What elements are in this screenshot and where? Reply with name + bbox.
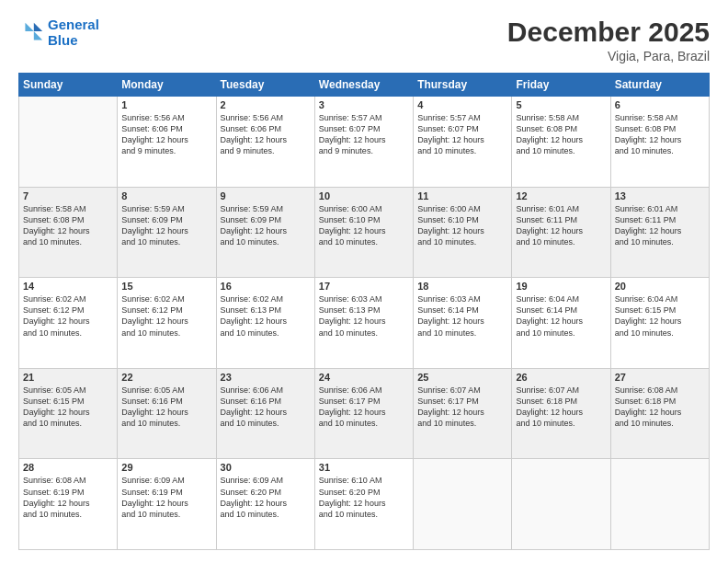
calendar-header-tuesday: Tuesday	[216, 74, 314, 97]
calendar-cell: 1Sunrise: 5:56 AM Sunset: 6:06 PM Daylig…	[118, 97, 216, 188]
day-info: Sunrise: 6:05 AM Sunset: 6:16 PM Dayligh…	[121, 385, 211, 430]
day-number: 3	[319, 99, 409, 110]
day-number: 11	[417, 190, 507, 201]
logo-icon	[18, 19, 44, 45]
day-number: 2	[221, 99, 311, 110]
calendar-cell	[610, 459, 709, 550]
day-info: Sunrise: 6:04 AM Sunset: 6:14 PM Dayligh…	[516, 293, 606, 339]
day-info: Sunrise: 6:05 AM Sunset: 6:15 PM Dayligh…	[23, 385, 113, 430]
calendar-header-wednesday: Wednesday	[314, 74, 413, 97]
day-number: 18	[417, 281, 507, 292]
calendar-week-row: 1Sunrise: 5:56 AM Sunset: 6:06 PM Daylig…	[19, 97, 710, 188]
calendar-cell: 30Sunrise: 6:09 AM Sunset: 6:20 PM Dayli…	[216, 459, 314, 550]
location: Vigia, Para, Brazil	[507, 49, 710, 63]
svg-marker-2	[25, 23, 33, 31]
calendar-cell: 6Sunrise: 5:58 AM Sunset: 6:08 PM Daylig…	[610, 97, 709, 188]
day-number: 27	[615, 372, 705, 383]
logo-line2: Blue	[48, 32, 78, 48]
svg-marker-1	[34, 31, 42, 40]
day-number: 21	[23, 372, 113, 383]
calendar-header-monday: Monday	[118, 74, 216, 97]
day-info: Sunrise: 6:01 AM Sunset: 6:11 PM Dayligh…	[516, 203, 606, 248]
calendar-cell: 18Sunrise: 6:03 AM Sunset: 6:14 PM Dayli…	[414, 278, 512, 369]
calendar-header-thursday: Thursday	[414, 74, 512, 97]
day-info: Sunrise: 6:08 AM Sunset: 6:19 PM Dayligh…	[23, 475, 113, 520]
calendar-cell: 26Sunrise: 6:07 AM Sunset: 6:18 PM Dayli…	[512, 368, 610, 459]
calendar-table: SundayMondayTuesdayWednesdayThursdayFrid…	[18, 73, 710, 550]
day-info: Sunrise: 6:02 AM Sunset: 6:12 PM Dayligh…	[121, 293, 211, 339]
day-info: Sunrise: 5:59 AM Sunset: 6:09 PM Dayligh…	[221, 203, 311, 248]
day-info: Sunrise: 6:03 AM Sunset: 6:13 PM Dayligh…	[319, 293, 409, 339]
calendar-cell: 15Sunrise: 6:02 AM Sunset: 6:12 PM Dayli…	[118, 278, 216, 369]
calendar-header-friday: Friday	[512, 74, 610, 97]
calendar-cell: 10Sunrise: 6:00 AM Sunset: 6:10 PM Dayli…	[314, 187, 413, 278]
title-block: December 2025 Vigia, Para, Brazil	[507, 17, 710, 63]
calendar-cell: 22Sunrise: 6:05 AM Sunset: 6:16 PM Dayli…	[118, 368, 216, 459]
day-number: 15	[121, 281, 211, 292]
day-number: 29	[121, 462, 211, 473]
calendar-cell: 7Sunrise: 5:58 AM Sunset: 6:08 PM Daylig…	[19, 187, 118, 278]
day-number: 10	[319, 190, 409, 201]
day-info: Sunrise: 5:57 AM Sunset: 6:07 PM Dayligh…	[319, 112, 409, 157]
day-number: 5	[516, 99, 606, 110]
day-info: Sunrise: 6:01 AM Sunset: 6:11 PM Dayligh…	[615, 203, 705, 248]
day-number: 22	[121, 372, 211, 383]
calendar-cell: 19Sunrise: 6:04 AM Sunset: 6:14 PM Dayli…	[512, 278, 610, 369]
calendar-week-row: 28Sunrise: 6:08 AM Sunset: 6:19 PM Dayli…	[19, 459, 710, 550]
header: General Blue December 2025 Vigia, Para, …	[18, 17, 710, 63]
calendar-cell: 9Sunrise: 5:59 AM Sunset: 6:09 PM Daylig…	[216, 187, 314, 278]
day-number: 13	[615, 190, 705, 201]
day-info: Sunrise: 5:58 AM Sunset: 6:08 PM Dayligh…	[615, 112, 705, 157]
day-info: Sunrise: 6:00 AM Sunset: 6:10 PM Dayligh…	[319, 203, 409, 248]
calendar-cell: 20Sunrise: 6:04 AM Sunset: 6:15 PM Dayli…	[610, 278, 709, 369]
calendar-cell: 27Sunrise: 6:08 AM Sunset: 6:18 PM Dayli…	[610, 368, 709, 459]
calendar-cell	[512, 459, 610, 550]
day-info: Sunrise: 5:57 AM Sunset: 6:07 PM Dayligh…	[417, 112, 507, 157]
calendar-cell: 28Sunrise: 6:08 AM Sunset: 6:19 PM Dayli…	[19, 459, 118, 550]
logo-line1: General	[48, 17, 99, 32]
calendar-cell: 16Sunrise: 6:02 AM Sunset: 6:13 PM Dayli…	[216, 278, 314, 369]
calendar-cell	[19, 97, 118, 188]
calendar-header-row: SundayMondayTuesdayWednesdayThursdayFrid…	[19, 74, 710, 97]
day-info: Sunrise: 6:09 AM Sunset: 6:20 PM Dayligh…	[221, 475, 311, 520]
day-info: Sunrise: 6:00 AM Sunset: 6:10 PM Dayligh…	[417, 203, 507, 248]
calendar-cell: 29Sunrise: 6:09 AM Sunset: 6:19 PM Dayli…	[118, 459, 216, 550]
day-number: 1	[121, 99, 211, 110]
day-number: 26	[516, 372, 606, 383]
day-number: 19	[516, 281, 606, 292]
page: General Blue December 2025 Vigia, Para, …	[0, 0, 728, 563]
day-number: 4	[417, 99, 507, 110]
day-info: Sunrise: 6:02 AM Sunset: 6:12 PM Dayligh…	[23, 293, 113, 339]
day-info: Sunrise: 5:59 AM Sunset: 6:09 PM Dayligh…	[121, 203, 211, 248]
day-info: Sunrise: 6:02 AM Sunset: 6:13 PM Dayligh…	[221, 293, 311, 339]
calendar-header-sunday: Sunday	[19, 74, 118, 97]
day-info: Sunrise: 6:04 AM Sunset: 6:15 PM Dayligh…	[615, 293, 705, 339]
calendar-cell: 17Sunrise: 6:03 AM Sunset: 6:13 PM Dayli…	[314, 278, 413, 369]
day-number: 20	[615, 281, 705, 292]
day-number: 23	[221, 372, 311, 383]
day-info: Sunrise: 6:07 AM Sunset: 6:17 PM Dayligh…	[417, 385, 507, 430]
day-info: Sunrise: 5:56 AM Sunset: 6:06 PM Dayligh…	[121, 112, 211, 157]
day-number: 7	[23, 190, 113, 201]
calendar-week-row: 7Sunrise: 5:58 AM Sunset: 6:08 PM Daylig…	[19, 187, 710, 278]
calendar-week-row: 14Sunrise: 6:02 AM Sunset: 6:12 PM Dayli…	[19, 278, 710, 369]
calendar-cell: 3Sunrise: 5:57 AM Sunset: 6:07 PM Daylig…	[314, 97, 413, 188]
calendar-cell: 4Sunrise: 5:57 AM Sunset: 6:07 PM Daylig…	[414, 97, 512, 188]
day-info: Sunrise: 5:58 AM Sunset: 6:08 PM Dayligh…	[23, 203, 113, 248]
calendar-cell	[414, 459, 512, 550]
day-number: 6	[615, 99, 705, 110]
day-number: 12	[516, 190, 606, 201]
day-number: 14	[23, 281, 113, 292]
day-number: 17	[319, 281, 409, 292]
calendar-cell: 25Sunrise: 6:07 AM Sunset: 6:17 PM Dayli…	[414, 368, 512, 459]
day-number: 24	[319, 372, 409, 383]
month-title: December 2025	[507, 17, 710, 47]
day-number: 25	[417, 372, 507, 383]
day-info: Sunrise: 6:10 AM Sunset: 6:20 PM Dayligh…	[319, 475, 409, 520]
calendar-cell: 8Sunrise: 5:59 AM Sunset: 6:09 PM Daylig…	[118, 187, 216, 278]
calendar-header-saturday: Saturday	[610, 74, 709, 97]
day-info: Sunrise: 6:03 AM Sunset: 6:14 PM Dayligh…	[417, 293, 507, 339]
calendar-cell: 21Sunrise: 6:05 AM Sunset: 6:15 PM Dayli…	[19, 368, 118, 459]
calendar-cell: 23Sunrise: 6:06 AM Sunset: 6:16 PM Dayli…	[216, 368, 314, 459]
calendar-cell: 11Sunrise: 6:00 AM Sunset: 6:10 PM Dayli…	[414, 187, 512, 278]
